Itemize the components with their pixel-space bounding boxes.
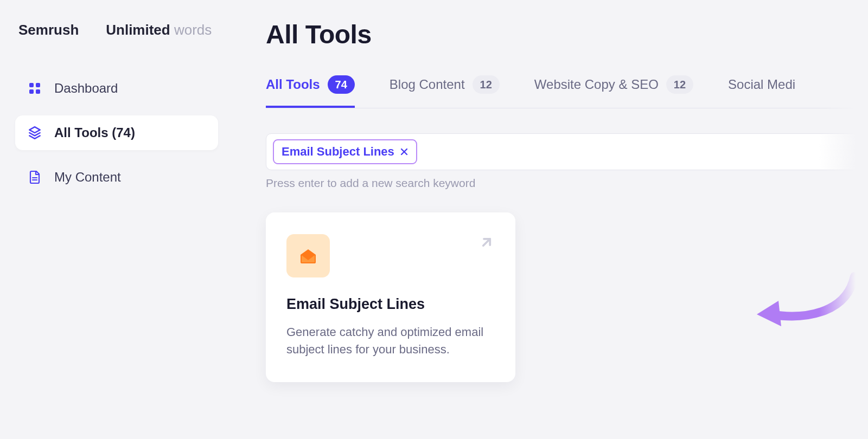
tab-count-badge: 12 [473,75,500,94]
sidebar-item-label: Dashboard [54,81,118,96]
svg-rect-3 [36,89,40,94]
brand-name: Semrush [18,22,79,38]
grid-icon [27,81,42,96]
tab-website-copy-seo[interactable]: Website Copy & SEO 12 [534,75,693,108]
tab-label: Social Medi [728,77,795,92]
svg-rect-0 [29,83,34,87]
search-section: Email Subject Lines Press enter to add a… [266,133,868,190]
plan-unit: words [174,22,212,38]
tab-social-media[interactable]: Social Medi [728,77,795,106]
tab-count-badge: 12 [666,75,693,94]
main-content: All Tools All Tools 74 Blog Content 12 W… [228,0,868,439]
sidebar-item-my-content[interactable]: My Content [15,160,218,195]
plan-name: Unlimited [106,22,170,38]
search-input[interactable]: Email Subject Lines [266,133,868,170]
brand-row: Semrush Unlimited words [15,22,218,38]
annotation-arrow-icon [749,271,863,336]
tab-count-badge: 74 [328,75,355,94]
card-description: Generate catchy and optimized email subj… [286,324,495,358]
search-chip[interactable]: Email Subject Lines [273,139,417,164]
svg-rect-2 [29,89,34,94]
sidebar: Semrush Unlimited words Dashboard [0,0,228,439]
sidebar-nav: Dashboard All Tools (74) [15,71,218,195]
envelope-open-icon [286,234,330,277]
tabs: All Tools 74 Blog Content 12 Website Cop… [266,75,868,108]
tool-card-email-subject-lines[interactable]: Email Subject Lines Generate catchy and … [266,212,515,382]
tab-label: Website Copy & SEO [534,77,659,92]
plan-label: Unlimited words [106,22,212,38]
sidebar-item-all-tools[interactable]: All Tools (74) [15,115,218,150]
sidebar-item-label: My Content [54,170,121,185]
search-chip-label: Email Subject Lines [282,145,394,159]
page-title: All Tools [266,20,868,49]
tab-label: All Tools [266,77,320,92]
close-icon[interactable] [400,147,409,156]
arrow-out-icon [478,234,495,253]
sidebar-item-label: All Tools (74) [54,125,135,140]
document-icon [27,170,42,185]
fade-overlay [819,0,868,439]
search-hint: Press enter to add a new search keyword [266,177,868,190]
tab-label: Blog Content [390,77,465,92]
svg-rect-1 [36,83,40,87]
stack-icon [27,125,42,140]
sidebar-item-dashboard[interactable]: Dashboard [15,71,218,106]
card-title: Email Subject Lines [286,296,495,313]
tab-all-tools[interactable]: All Tools 74 [266,75,355,108]
tab-blog-content[interactable]: Blog Content 12 [390,75,500,108]
card-header [286,234,495,277]
